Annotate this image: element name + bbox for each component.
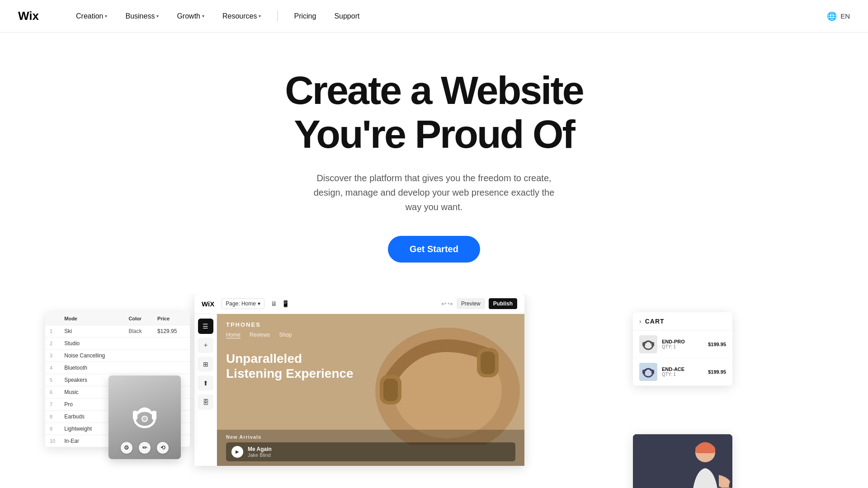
redo-button[interactable]: ↪ bbox=[448, 300, 453, 307]
row-num: 4 bbox=[45, 361, 60, 374]
blog-card: NL Nicolas Lynn July 16 · 3 min ⋯ Travel… bbox=[633, 434, 732, 488]
cart-item: END-PRO QTY: 1 $199.95 bbox=[633, 331, 732, 358]
headphone-hero-image bbox=[330, 314, 524, 445]
svg-rect-15 bbox=[642, 370, 645, 374]
chevron-down-icon: ▾ bbox=[105, 14, 107, 19]
transform-icon[interactable]: ⟲ bbox=[157, 442, 169, 454]
hero-subtext: Discover the platform that gives you the… bbox=[307, 171, 561, 214]
row-num: 5 bbox=[45, 374, 60, 386]
table-row: 1 Ski Black $129.95 bbox=[45, 325, 190, 337]
upload-icon[interactable]: ⬆ bbox=[198, 375, 213, 391]
row-num: 7 bbox=[45, 398, 60, 410]
undo-button[interactable]: ↩ bbox=[441, 300, 447, 307]
row-mode: Studio bbox=[60, 337, 124, 349]
row-num: 1 bbox=[45, 325, 60, 337]
nav-item-business[interactable]: Business ▾ bbox=[116, 0, 168, 33]
edit-icon[interactable]: ✏ bbox=[139, 442, 151, 454]
chevron-down-icon: ▾ bbox=[156, 14, 159, 19]
preview-button[interactable]: Preview bbox=[457, 298, 485, 309]
row-num: 8 bbox=[45, 410, 60, 422]
big-headphone-icon bbox=[330, 314, 524, 445]
nav-item-resources[interactable]: Resources ▾ bbox=[213, 0, 270, 33]
row-mode: Bluetooth bbox=[60, 361, 124, 374]
editor-toolbar: WiX Page: Home ▾ 🖥 📱 ↩ ↪ Preview Publish bbox=[194, 294, 524, 314]
new-arrivals-section: New Arrivals ▶ Me Again Jake Blind bbox=[217, 430, 524, 466]
settings-icon[interactable]: ⚙ bbox=[121, 442, 132, 454]
cart-arrow-icon: › bbox=[639, 318, 642, 325]
chevron-down-icon: ▾ bbox=[259, 14, 261, 19]
editor-sidebar: ☰ ＋ ⊞ ⬆ 🗄 bbox=[194, 314, 217, 466]
new-arrivals-label: New Arrivals bbox=[226, 434, 515, 440]
blog-person-image bbox=[633, 434, 732, 488]
hero-headline: Create a Website You're Proud Of bbox=[231, 69, 637, 156]
table-row: 3 Noise Cancelling bbox=[45, 349, 190, 361]
row-num: 2 bbox=[45, 337, 60, 349]
cart-panel: › CART END-PRO QTY: 1 $199.95 bbox=[633, 312, 732, 386]
svg-rect-19 bbox=[695, 447, 715, 453]
svg-point-4 bbox=[142, 416, 147, 422]
get-started-button[interactable]: Get Started bbox=[388, 236, 480, 263]
globe-icon: 🌐 bbox=[827, 11, 837, 21]
cart-item-price: $199.95 bbox=[708, 369, 726, 375]
cart-item-name: END-PRO bbox=[662, 339, 703, 344]
row-num: 6 bbox=[45, 386, 60, 398]
blog-card-image bbox=[633, 434, 732, 488]
nav-reviews[interactable]: Reviews bbox=[250, 332, 270, 338]
wix-logo-icon: Wix bbox=[18, 10, 45, 23]
svg-rect-17 bbox=[633, 434, 732, 488]
headphone-cart-icon bbox=[640, 336, 656, 352]
nav-item-support[interactable]: Support bbox=[325, 12, 368, 20]
nav-home[interactable]: Home bbox=[226, 332, 241, 338]
language-selector[interactable]: 🌐 EN bbox=[827, 11, 850, 21]
cart-item-price: $199.95 bbox=[708, 342, 726, 347]
cart-item-qty: QTY: 1 bbox=[662, 372, 703, 377]
col-price: Price bbox=[153, 312, 190, 325]
chevron-down-icon: ▾ bbox=[202, 14, 204, 19]
cart-item-details: END-ACE QTY: 1 bbox=[662, 366, 703, 377]
headphone-preview-card: ⚙ ✏ ⟲ bbox=[108, 375, 181, 459]
svg-rect-13 bbox=[651, 342, 654, 347]
track-title: Me Again bbox=[248, 446, 272, 452]
cart-item-name: END-ACE bbox=[662, 366, 703, 372]
row-num: 10 bbox=[45, 435, 60, 447]
logo[interactable]: Wix bbox=[18, 10, 45, 23]
table-row: 2 Studio bbox=[45, 337, 190, 349]
cart-item: END-ACE QTY: 1 $199.95 bbox=[633, 358, 732, 386]
page-selector[interactable]: Page: Home ▾ bbox=[222, 298, 264, 309]
database-icon[interactable]: 🗄 bbox=[198, 394, 213, 410]
cart-item-image bbox=[639, 363, 657, 381]
svg-rect-8 bbox=[383, 379, 398, 401]
row-color bbox=[124, 337, 153, 349]
nav-shop[interactable]: Shop bbox=[279, 332, 292, 338]
track-info: Me Again Jake Blind bbox=[248, 446, 272, 458]
row-color bbox=[124, 349, 153, 361]
headphone-cart-icon bbox=[640, 364, 656, 380]
cart-item-details: END-PRO QTY: 1 bbox=[662, 339, 703, 349]
editor-panel: WiX Page: Home ▾ 🖥 📱 ↩ ↪ Preview Publish… bbox=[194, 294, 524, 466]
svg-rect-10 bbox=[481, 352, 495, 374]
nav-item-pricing[interactable]: Pricing bbox=[285, 12, 325, 20]
svg-rect-16 bbox=[651, 370, 654, 374]
track-artist: Jake Blind bbox=[248, 452, 272, 458]
mobile-view-icon[interactable]: 📱 bbox=[281, 299, 290, 308]
play-button[interactable]: ▶ bbox=[231, 446, 243, 458]
publish-button[interactable]: Publish bbox=[489, 298, 517, 309]
col-color: Color bbox=[124, 312, 153, 325]
apps-icon[interactable]: ⊞ bbox=[198, 357, 213, 372]
nav-item-creation[interactable]: Creation ▾ bbox=[67, 0, 116, 33]
col-mode: Mode bbox=[60, 312, 124, 325]
hero-section: Create a Website You're Proud Of Discove… bbox=[0, 33, 868, 290]
editor-content-area: ☰ ＋ ⊞ ⬆ 🗄 TPHONES Home Reviews Shop bbox=[194, 314, 524, 466]
add-icon[interactable]: ＋ bbox=[198, 338, 213, 353]
nav-item-growth[interactable]: Growth ▾ bbox=[168, 0, 213, 33]
chevron-down-icon: ▾ bbox=[258, 300, 260, 307]
svg-rect-12 bbox=[642, 342, 645, 347]
row-color bbox=[124, 361, 153, 374]
table-row: 4 Bluetooth bbox=[45, 361, 190, 374]
row-num: 3 bbox=[45, 349, 60, 361]
row-num: 9 bbox=[45, 422, 60, 435]
row-price bbox=[153, 337, 190, 349]
desktop-view-icon[interactable]: 🖥 bbox=[270, 299, 278, 308]
cart-title: CART bbox=[645, 318, 665, 325]
pages-icon[interactable]: ☰ bbox=[198, 319, 213, 334]
